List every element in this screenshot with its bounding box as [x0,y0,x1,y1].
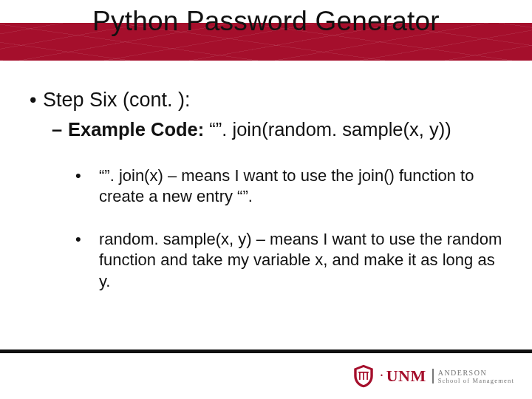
bullet-level3: •“”. join(x) – means I want to use the j… [87,166,502,207]
bullet-marker: • [87,166,99,186]
slide-title: Python Password Generator [0,6,532,37]
logo-dot: . [381,368,383,378]
note-join: “”. join(x) – means I want to use the jo… [99,166,474,205]
dash-marker: – [52,119,68,140]
example-code: “”. join(random. sample(x, y)) [209,119,451,140]
logo-divider-icon [432,369,434,383]
footer-logo: . UNM ANDERSON School of Management [351,364,514,389]
bullet-level1: •Step Six (cont. ): [30,89,502,112]
example-code-label: Example Code: [68,119,209,140]
footer-logo-subtext: ANDERSON School of Management [438,369,514,384]
logo-school-line1: ANDERSON [438,369,514,377]
logo-org: UNM [386,368,426,384]
slide-content: •Step Six (cont. ): –Example Code: “”. j… [0,61,532,292]
note-random-sample: random. sample(x, y) – means I want to u… [99,230,502,290]
bullet-level2: –Example Code: “”. join(random. sample(x… [52,119,502,140]
footer-logo-text: . UNM [381,368,434,384]
unm-shield-icon [351,364,376,389]
step-heading: Step Six (cont. ): [43,89,191,111]
footer-divider [0,349,532,353]
logo-school-line2: School of Management [438,378,514,384]
bullet-marker: • [87,229,99,250]
bullet-level3: •random. sample(x, y) – means I want to … [87,229,502,291]
bullet-marker: • [30,89,43,112]
slide-header: Python Password Generator [0,0,532,61]
